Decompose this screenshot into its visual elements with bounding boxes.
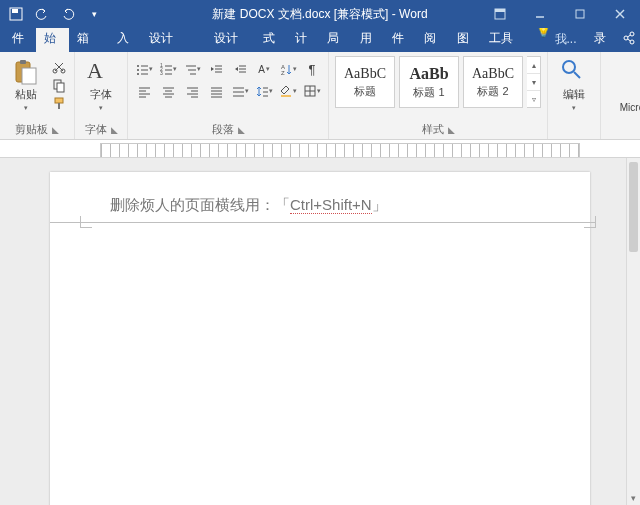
svg-line-11 [627, 35, 630, 37]
svg-rect-21 [58, 103, 60, 109]
paste-button[interactable]: 粘贴 ▾ [6, 56, 46, 116]
scroll-down-icon[interactable]: ▾ [627, 491, 640, 505]
document-text[interactable]: 删除烦人的页面横线用：「Ctrl+Shift+N」 [110, 196, 530, 215]
scroll-thumb[interactable] [629, 162, 638, 252]
group-styles: AaBbC 标题 AaBb 标题 1 AaBbC 标题 2 ▴ ▾ ▿ 样式◣ [329, 52, 548, 139]
bullets-icon[interactable] [134, 60, 154, 78]
multilevel-list-icon[interactable] [182, 60, 202, 78]
quick-access-toolbar: ▾ [0, 6, 102, 22]
share-icon[interactable] [618, 27, 640, 52]
svg-rect-20 [55, 98, 63, 103]
font-label: 字体 [90, 88, 112, 100]
decrease-indent-icon[interactable] [206, 60, 226, 78]
group-edit: 编辑 ▾ . [548, 52, 601, 139]
vertical-scrollbar[interactable]: ▴ ▾ [626, 158, 640, 505]
format-painter-icon[interactable] [50, 96, 68, 110]
shading-icon[interactable] [278, 82, 298, 100]
group-paragraph: 123 A AZ ¶ 段落◣ [128, 52, 329, 139]
dialog-launcher-icon[interactable]: ◣ [448, 125, 455, 135]
dialog-launcher-icon[interactable]: ◣ [111, 125, 118, 135]
cut-icon[interactable] [50, 60, 68, 74]
copy-icon[interactable] [50, 78, 68, 92]
style-heading2[interactable]: AaBbC 标题 2 [463, 56, 523, 108]
align-right-icon[interactable] [182, 82, 202, 100]
page[interactable]: 删除烦人的页面横线用：「Ctrl+Shift+N」 [50, 172, 590, 505]
svg-rect-15 [22, 68, 36, 84]
svg-rect-19 [57, 83, 64, 92]
style-sample: AaBbC [344, 66, 386, 82]
align-center-icon[interactable] [158, 82, 178, 100]
chevron-down-icon: ▾ [99, 102, 103, 114]
doc-text-a: 删除烦人的页面横线用：「 [110, 196, 290, 213]
style-name: 标题 2 [477, 84, 508, 99]
svg-point-71 [563, 61, 575, 73]
group-font-label: 字体 [85, 122, 107, 137]
svg-text:Z: Z [281, 70, 285, 76]
justify-icon[interactable] [206, 82, 226, 100]
distributed-icon[interactable] [230, 82, 250, 100]
send-to-powerpoint-button[interactable]: P 发送到 Microsoft PowerPoint [607, 56, 640, 116]
style-name: 标题 1 [413, 85, 444, 100]
crop-mark-left [80, 216, 92, 228]
dialog-launcher-icon[interactable]: ◣ [52, 125, 59, 135]
numbering-icon[interactable]: 123 [158, 60, 178, 78]
ribbon: 粘贴 ▾ 剪贴板◣ A 字体 ▾ 字体◣ 123 [0, 52, 640, 140]
svg-point-26 [137, 73, 139, 75]
svg-text:3: 3 [160, 70, 163, 76]
title-bar: ▾ 新建 DOCX 文档.docx [兼容模式] - Word [0, 0, 640, 28]
align-left-icon[interactable] [134, 82, 154, 100]
show-marks-icon[interactable]: ¶ [302, 60, 322, 78]
window-controls [480, 0, 640, 28]
ruler-track [100, 143, 580, 157]
svg-rect-1 [12, 9, 18, 13]
qat-customize-icon[interactable]: ▾ [86, 6, 102, 22]
style-sample: AaBb [409, 65, 448, 83]
sort-icon[interactable]: AZ [278, 60, 298, 78]
ribbon-tabs: 文件 开始 工具箱 插入 图标数据设计 布局设计 格式 设计 布局 引用 邮件 … [0, 28, 640, 52]
doc-text-c: 」 [372, 196, 387, 213]
svg-rect-3 [495, 9, 505, 12]
styles-gallery-scroll[interactable]: ▴ ▾ ▿ [527, 56, 541, 108]
expand-gallery-icon[interactable]: ▿ [527, 91, 540, 107]
chevron-down-icon: ▾ [572, 102, 576, 114]
ribbon-display-icon[interactable] [480, 0, 520, 28]
svg-rect-67 [281, 95, 291, 97]
group-sendto: P 发送到 Microsoft PowerPoint 新建组 [601, 52, 640, 139]
close-icon[interactable] [600, 0, 640, 28]
edit-label: 编辑 [563, 88, 585, 100]
crop-mark-right [584, 216, 596, 228]
sendto-sublabel: Microsoft PowerPoint [620, 102, 640, 114]
group-font: A 字体 ▾ 字体◣ [75, 52, 128, 139]
group-clipboard-label: 剪贴板 [15, 122, 48, 137]
font-button[interactable]: A 字体 ▾ [81, 56, 121, 116]
paste-icon [12, 58, 40, 86]
svg-line-12 [627, 39, 630, 41]
borders-icon[interactable] [302, 82, 322, 100]
horizontal-ruler[interactable] [0, 140, 640, 158]
paste-label: 粘贴 [15, 88, 37, 100]
edit-button[interactable]: 编辑 ▾ [554, 56, 594, 116]
group-paragraph-label: 段落 [212, 122, 234, 137]
svg-point-22 [137, 65, 139, 67]
style-heading1[interactable]: AaBb 标题 1 [399, 56, 459, 108]
minimize-icon[interactable] [520, 0, 560, 28]
font-icon: A [87, 58, 115, 86]
svg-rect-14 [20, 60, 26, 64]
undo-icon[interactable] [34, 6, 50, 22]
asian-layout-icon[interactable]: A [254, 60, 274, 78]
group-clipboard: 粘贴 ▾ 剪贴板◣ [0, 52, 75, 139]
margin-guide [50, 222, 596, 223]
document-area: 删除烦人的页面横线用：「Ctrl+Shift+N」 ▴ ▾ [0, 158, 640, 505]
doc-text-shortcut: Ctrl+Shift+N [290, 196, 372, 214]
maximize-icon[interactable] [560, 0, 600, 28]
dialog-launcher-icon[interactable]: ◣ [238, 125, 245, 135]
redo-icon[interactable] [60, 6, 76, 22]
chevron-down-icon: ▾ [24, 102, 28, 114]
save-icon[interactable] [8, 6, 24, 22]
increase-indent-icon[interactable] [230, 60, 250, 78]
group-styles-label: 样式 [422, 122, 444, 137]
chevron-up-icon[interactable]: ▴ [527, 57, 540, 74]
style-title[interactable]: AaBbC 标题 [335, 56, 395, 108]
chevron-down-icon[interactable]: ▾ [527, 74, 540, 91]
line-spacing-icon[interactable] [254, 82, 274, 100]
